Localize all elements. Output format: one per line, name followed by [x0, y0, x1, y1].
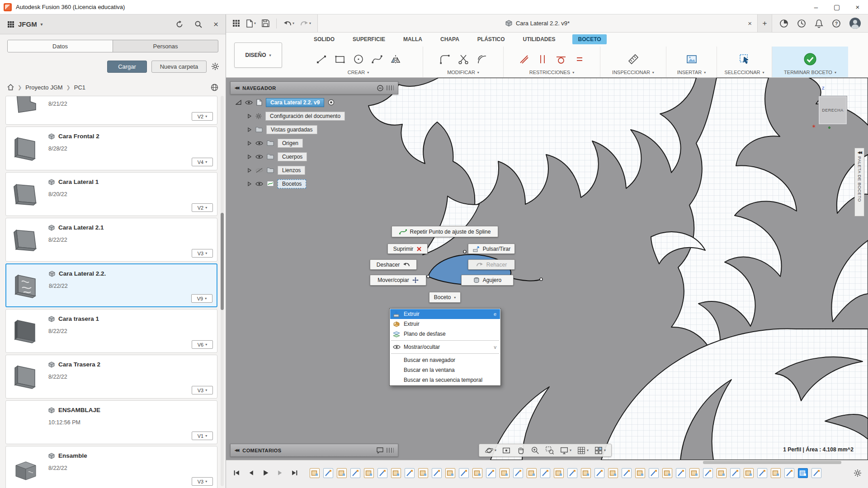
menu-item-buscar-en-la-ventana[interactable]: Buscar en la ventana — [390, 365, 500, 375]
version-badge[interactable]: V1▾ — [192, 432, 213, 440]
collapse-icon[interactable]: ◀◀ — [235, 448, 238, 452]
menu-item-extruir[interactable]: Extruir — [390, 319, 500, 329]
group-label-restricciones[interactable]: RESTRICCIONES▾ — [529, 70, 574, 75]
close-tab-icon[interactable]: × — [748, 19, 752, 27]
grid-settings[interactable]: ▾ — [575, 444, 590, 456]
group-label-inspeccionar[interactable]: INSPECCIONAR▾ — [612, 70, 654, 75]
expand-arrow-icon[interactable] — [247, 127, 252, 132]
zoom-window-tool[interactable] — [543, 444, 556, 456]
timeline-feature-37[interactable] — [798, 468, 808, 478]
insert-image-icon[interactable] — [686, 53, 698, 65]
file-item-cara-lateral-1[interactable]: Cara Lateral 18/20/22V2▾ — [5, 172, 217, 216]
tree-node-label[interactable]: Configuración del documento — [265, 112, 345, 121]
ribbon-tab-solido[interactable]: SOLIDO — [313, 34, 335, 44]
group-label-seleccionar[interactable]: SELECCIONAR▾ — [725, 70, 764, 75]
circle-tool-icon[interactable] — [353, 53, 364, 65]
tree-node-lienzos[interactable]: Lienzos — [230, 165, 398, 175]
timeline-feature-29[interactable] — [689, 468, 699, 478]
home-icon[interactable] — [7, 84, 14, 90]
redo-button[interactable]: ▾ — [300, 20, 311, 27]
rectangle-tool-icon[interactable] — [334, 53, 346, 65]
timeline-feature-12[interactable] — [459, 468, 469, 478]
version-badge[interactable]: V3▾ — [192, 249, 213, 258]
menu-item-extruir[interactable]: Extruire — [390, 309, 500, 319]
refresh-icon[interactable] — [175, 20, 184, 28]
timeline-feature-35[interactable] — [771, 468, 781, 478]
timeline-feature-33[interactable] — [744, 468, 754, 478]
timeline-feature-32[interactable] — [730, 468, 740, 478]
timeline-feature-21[interactable] — [581, 468, 591, 478]
ribbon-tab-superficie[interactable]: SUPERFICIE — [352, 34, 386, 44]
tree-node-vistas-guardadas[interactable]: Vistas guardadas — [230, 124, 398, 135]
app-grid-icon[interactable] — [232, 19, 240, 27]
sketch-submenu-button[interactable]: Boceto ▾ — [429, 292, 461, 303]
timeline-feature-30[interactable] — [703, 468, 713, 478]
file-item-ensamble[interactable]: Ensamble8/22/22V3▾ — [5, 446, 217, 488]
file-item-ensamblaje[interactable]: ENSAMBLAJE10:12:56 PMV1▾ — [5, 400, 217, 444]
timeline-feature-28[interactable] — [676, 468, 686, 478]
workspace-selector[interactable]: DISEÑO ▾ — [234, 42, 282, 68]
tree-node-label[interactable]: Bocetos — [278, 179, 306, 188]
version-badge[interactable]: V2▾ — [192, 112, 213, 121]
file-item-cara-frontal-2[interactable]: Cara Frontal 28/28/22V4▾ — [5, 127, 217, 170]
timeline-feature-9[interactable] — [418, 468, 428, 478]
group-label-modificar[interactable]: MODIFICAR▾ — [447, 70, 479, 75]
tree-node-origen[interactable]: Origen — [230, 138, 398, 148]
expand-arrow-icon[interactable] — [247, 113, 252, 119]
timeline-feature-38[interactable] — [811, 468, 821, 478]
skip-end-icon[interactable] — [289, 468, 300, 478]
version-badge[interactable]: V3▾ — [192, 477, 213, 486]
timeline-feature-6[interactable] — [377, 468, 387, 478]
breadcrumb-folder[interactable]: PC1 — [74, 84, 85, 91]
pan-tool[interactable] — [514, 444, 527, 456]
timeline-feature-10[interactable] — [432, 468, 442, 478]
timeline-feature-7[interactable] — [391, 468, 401, 478]
tree-node-label[interactable]: Vistas guardadas — [266, 125, 317, 134]
version-badge[interactable]: V3▾ — [192, 386, 213, 394]
save-icon[interactable] — [262, 19, 269, 27]
timeline-feature-25[interactable] — [635, 468, 645, 478]
file-item-cara-lateral-2-2[interactable]: Cara Lateral 2.2.8/22/22V9▾ — [5, 263, 217, 307]
group-label-terminar-boceto[interactable]: TERMINAR BOCETO▾ — [784, 70, 836, 75]
file-item-cara-lateral-2-1[interactable]: Cara Lateral 2.18/22/22V3▾ — [5, 218, 217, 262]
constraint-coincident-icon[interactable] — [518, 53, 530, 65]
breadcrumb-project[interactable]: Proyecto JGM — [25, 84, 62, 91]
timeline-feature-4[interactable] — [350, 468, 360, 478]
drag-grip[interactable] — [387, 85, 394, 90]
timeline-feature-5[interactable] — [364, 468, 374, 478]
sketch-palette-tab[interactable]: ◀◀ PALETA DE BOCETO — [854, 148, 864, 216]
ribbon-tab-pl-stico[interactable]: PLÁSTICO — [476, 34, 506, 44]
gear-icon[interactable] — [211, 62, 219, 70]
scrollbar-thumb[interactable] — [221, 213, 224, 310]
activate-target-icon[interactable] — [328, 99, 335, 106]
user-avatar[interactable] — [849, 18, 861, 29]
notifications-icon[interactable] — [815, 19, 823, 28]
eye-icon[interactable] — [255, 141, 263, 146]
timeline-feature-22[interactable] — [594, 468, 604, 478]
drag-grip[interactable] — [387, 448, 394, 453]
step-back-icon[interactable] — [246, 468, 256, 478]
group-label-crear[interactable]: CREAR▾ — [348, 70, 369, 75]
close-button[interactable]: × — [847, 0, 868, 14]
constraint-parallel-icon[interactable] — [537, 53, 548, 65]
new-tab-button[interactable]: + — [758, 14, 772, 32]
file-item-cara-trasera-1[interactable]: Cara trasera 18/22/22V6▾ — [5, 309, 217, 353]
zoom-tool[interactable] — [529, 444, 542, 456]
eye-off-icon[interactable] — [255, 168, 263, 173]
timeline-feature-13[interactable] — [472, 468, 482, 478]
spline-tool-icon[interactable] — [371, 53, 383, 65]
eye-icon[interactable] — [255, 181, 263, 187]
version-badge[interactable]: V4▾ — [192, 158, 213, 166]
timeline-options-gear-icon[interactable] — [854, 469, 862, 477]
timeline-feature-24[interactable] — [622, 468, 632, 478]
undo-button[interactable]: ▾ — [283, 20, 294, 27]
menu-item-mostrar-ocultar[interactable]: Mostrar/ocultarv — [390, 342, 500, 352]
redo-button-context[interactable]: Rehacer — [468, 259, 515, 270]
timeline-feature-11[interactable] — [445, 468, 455, 478]
display-settings[interactable]: ▾ — [558, 444, 573, 456]
tree-node-label[interactable]: Origen — [278, 139, 303, 148]
delete-button[interactable]: Suprimir — [387, 244, 428, 254]
timeline-feature-18[interactable] — [540, 468, 550, 478]
tree-root-node[interactable]: Cara Lateral 2.2. v9 — [230, 97, 398, 108]
measure-tool-icon[interactable] — [627, 53, 639, 65]
